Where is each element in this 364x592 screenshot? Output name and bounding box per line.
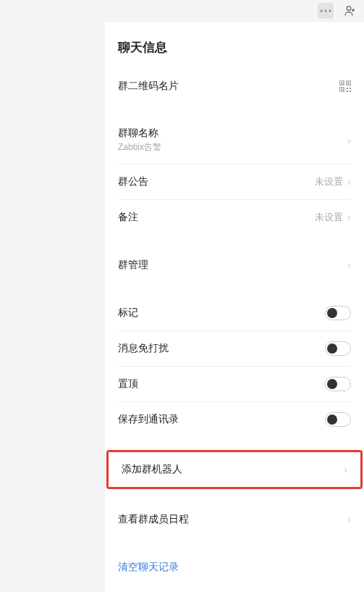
qr-icon (339, 80, 351, 92)
row-label: 标记 (118, 307, 138, 320)
row-clear-chat[interactable]: 清空聊天记录 (105, 550, 364, 585)
mark-toggle[interactable] (325, 306, 351, 320)
remark-value: 未设置 (315, 211, 343, 224)
announcement-value: 未设置 (315, 175, 343, 188)
row-mark[interactable]: 标记 (105, 296, 364, 330)
svg-point-1 (325, 9, 327, 12)
group-name-value: Zabbix告警 (118, 141, 161, 154)
highlight-box: 添加群机器人 › (106, 450, 363, 489)
svg-rect-13 (350, 91, 351, 92)
row-label: 群二维码名片 (118, 80, 179, 93)
svg-point-3 (347, 6, 351, 10)
row-label: 群聊名称 (118, 127, 161, 140)
chevron-right-icon: › (347, 176, 351, 188)
dnd-toggle[interactable] (325, 341, 351, 356)
svg-rect-10 (347, 88, 348, 89)
chevron-right-icon: › (347, 212, 351, 223)
row-dnd[interactable]: 消息免打扰 (105, 331, 364, 366)
row-label: 清空聊天记录 (118, 561, 179, 574)
row-label: 备注 (118, 211, 138, 224)
row-top[interactable]: 置顶 (105, 367, 364, 401)
row-add-bot[interactable]: 添加群机器人 › (109, 452, 360, 487)
svg-rect-7 (348, 82, 350, 83)
row-label: 保存到通讯录 (118, 413, 179, 426)
more-button[interactable] (318, 3, 334, 19)
row-label: 查看群成员日程 (118, 513, 189, 526)
add-user-button[interactable] (342, 3, 358, 19)
left-panel (0, 0, 105, 592)
row-group-manage[interactable]: 群管理 › (105, 248, 364, 283)
row-label: 消息免打扰 (118, 342, 169, 355)
chevron-right-icon: › (347, 259, 351, 271)
svg-point-2 (329, 9, 331, 12)
add-user-icon (344, 4, 357, 17)
chevron-right-icon: › (347, 135, 351, 146)
row-remark[interactable]: 备注 未设置 › (105, 200, 364, 235)
row-view-schedule[interactable]: 查看群成员日程 › (105, 502, 364, 537)
row-group-name[interactable]: 群聊名称 Zabbix告警 › (105, 117, 364, 164)
row-group-announcement[interactable]: 群公告 未设置 › (105, 164, 364, 199)
row-save-contacts[interactable]: 保存到通讯录 (105, 402, 364, 437)
chevron-right-icon: › (347, 514, 351, 525)
svg-rect-5 (341, 82, 342, 83)
svg-rect-9 (341, 89, 342, 91)
row-label: 群公告 (118, 175, 148, 188)
chevron-right-icon: › (344, 464, 347, 475)
row-qr-code[interactable]: 群二维码名片 (105, 69, 364, 104)
row-label: 群管理 (118, 259, 148, 272)
contacts-toggle[interactable] (325, 412, 351, 427)
svg-rect-11 (350, 88, 351, 89)
row-label: 添加群机器人 (122, 463, 182, 476)
panel-title: 聊天信息 (105, 22, 364, 69)
row-label: 置顶 (118, 378, 138, 391)
chat-info-panel: 聊天信息 群二维码名片 群聊名称 Zabbix告警 › 群公告 未设置 › 备注 (105, 22, 364, 592)
more-icon (320, 9, 331, 12)
svg-rect-12 (347, 91, 348, 92)
svg-point-0 (321, 9, 323, 12)
top-toggle[interactable] (325, 377, 351, 391)
